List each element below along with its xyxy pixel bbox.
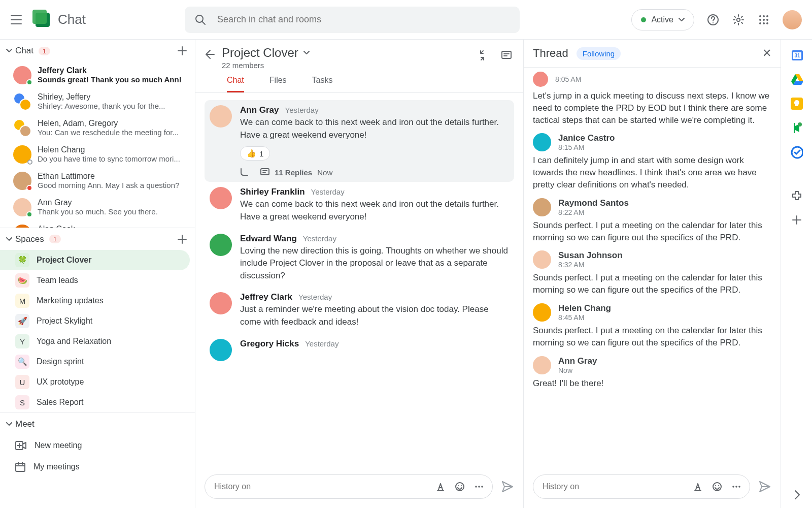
svg-point-12 — [766, 22, 768, 24]
format-button[interactable] — [693, 482, 703, 492]
message[interactable]: Shirley FranklinYesterdayWe can come bac… — [205, 182, 514, 228]
show-side-panel-button[interactable] — [791, 489, 803, 501]
message[interactable]: Gregory HicksYesterday — [205, 334, 514, 366]
drive-app-icon[interactable] — [791, 73, 803, 85]
presence-indicator — [26, 211, 32, 217]
chat-list-item[interactable]: Ethan LattimoreGood morning Ann. May I a… — [0, 168, 195, 194]
chat-logo-icon — [32, 10, 53, 30]
chat-section-header[interactable]: Chat 1 — [0, 40, 195, 62]
space-list-item[interactable]: 🍉Team leads — [0, 270, 190, 291]
get-addons-button[interactable] — [791, 214, 803, 226]
settings-button[interactable] — [732, 13, 745, 26]
svg-rect-14 — [16, 463, 25, 471]
meet-section-header[interactable]: Meet — [0, 412, 195, 435]
space-list-item[interactable]: MMarketing updates — [0, 291, 190, 311]
close-thread-button[interactable]: ✕ — [762, 47, 771, 60]
main-menu-button[interactable] — [10, 14, 22, 26]
thread-compose-box[interactable] — [533, 474, 750, 499]
chat-list-item[interactable]: Jeffery ClarkSounds great! Thank you so … — [0, 62, 195, 88]
chat-list-item[interactable]: Alan Cook — [0, 220, 195, 228]
space-list-item[interactable]: SSales Report — [0, 392, 190, 412]
message-time: 8:32 AM — [558, 261, 623, 269]
unread-badge: 1 — [39, 47, 50, 55]
chat-preview: Thank you so much. See you there. — [38, 207, 158, 216]
apps-button[interactable] — [757, 13, 770, 26]
thread-message[interactable]: Helen Chang8:45 AMSounds perfect. I put … — [533, 303, 771, 349]
svg-point-19 — [461, 485, 462, 486]
thread-compose-input[interactable] — [542, 482, 693, 492]
svg-point-25 — [718, 485, 719, 486]
group-avatar — [13, 119, 31, 137]
thread-message[interactable]: Ann GrayNowGreat! I'll be there! — [533, 356, 771, 390]
back-button[interactable] — [204, 49, 215, 60]
message[interactable]: Jeffrey ClarkYesterdayJust a reminder we… — [205, 287, 514, 333]
contacts-app-icon[interactable] — [791, 122, 803, 134]
more-button[interactable] — [731, 482, 741, 492]
thread-title: Thread — [533, 47, 568, 60]
message-author: Gregory Hicks — [240, 339, 299, 349]
compose-input[interactable] — [213, 482, 435, 492]
chat-list-item[interactable]: Ann GrayThank you so much. See you there… — [0, 194, 195, 220]
space-list-item[interactable]: YYoga and Relaxation — [0, 331, 190, 352]
message-body: We can come back to this next week and i… — [240, 116, 509, 141]
emoji-button[interactable] — [712, 482, 722, 492]
reply-arrow-icon — [240, 168, 255, 177]
presence-indicator — [26, 79, 32, 85]
chat-name: Ethan Lattimore — [38, 172, 179, 181]
message-time: Yesterday — [285, 106, 319, 114]
emoji-button[interactable] — [455, 482, 465, 492]
open-thread-button[interactable] — [500, 49, 513, 62]
send-button[interactable] — [501, 480, 514, 493]
new-space-button[interactable] — [176, 233, 189, 246]
my-meetings-button[interactable]: My meetings — [0, 456, 195, 478]
chevron-down-icon — [6, 422, 12, 426]
new-meeting-button[interactable]: New meeting — [0, 435, 195, 456]
space-list-item[interactable]: UUX prototype — [0, 372, 190, 392]
chat-list-item[interactable]: Shirley, JefferyShirley: Awesome, thank … — [0, 88, 195, 115]
more-button[interactable] — [474, 482, 484, 492]
search-input[interactable] — [216, 14, 510, 25]
replies-link[interactable]: 11 RepliesNow — [240, 168, 509, 177]
following-chip[interactable]: Following — [577, 47, 621, 60]
message[interactable]: Edward WangYesterdayLoving the new direc… — [205, 229, 514, 288]
search-bar[interactable] — [185, 7, 520, 33]
space-list-item[interactable]: 🍀Project Clover — [0, 250, 190, 270]
room-tab[interactable]: Files — [269, 76, 287, 92]
account-avatar[interactable] — [783, 10, 802, 29]
thread-message[interactable]: Susan Johnson8:32 AMSounds perfect. I pu… — [533, 250, 771, 296]
reaction-pill[interactable]: 👍1 — [240, 146, 270, 161]
addons-button[interactable] — [791, 189, 803, 202]
thread-message[interactable]: Janice Castro8:15 AMI can definitely jum… — [533, 133, 771, 190]
message-time: Yesterday — [311, 187, 345, 196]
svg-point-7 — [759, 19, 761, 21]
collapse-button[interactable] — [476, 49, 489, 62]
keep-app-icon[interactable] — [791, 98, 803, 110]
spaces-section-header[interactable]: Spaces 1 — [0, 228, 195, 250]
tasks-app-icon[interactable] — [791, 146, 803, 158]
replies-time: Now — [317, 168, 332, 177]
message-time: 8:45 AM — [558, 313, 611, 322]
calendar-app-icon[interactable]: 31 — [791, 49, 803, 61]
room-tab[interactable]: Tasks — [312, 76, 333, 92]
chat-preview: Shirley: Awesome, thank you for the... — [38, 102, 165, 110]
reaction-emoji: 👍 — [247, 149, 256, 158]
format-button[interactable] — [435, 482, 446, 492]
room-tab[interactable]: Chat — [227, 76, 244, 92]
new-chat-button[interactable] — [176, 44, 189, 57]
presence-dot-icon — [641, 17, 646, 22]
send-button[interactable] — [758, 480, 771, 493]
chevron-down-icon[interactable] — [303, 51, 310, 55]
chat-list-item[interactable]: Helen ChangDo you have time to sync tomo… — [0, 141, 195, 168]
space-icon: 🚀 — [15, 314, 29, 328]
status-chip[interactable]: Active — [631, 9, 694, 30]
chat-preview: Do you have time to sync tomorrow mori..… — [38, 154, 180, 163]
compose-box[interactable] — [205, 474, 493, 499]
space-list-item[interactable]: 🚀Project Skylight — [0, 311, 190, 331]
help-button[interactable] — [706, 13, 720, 26]
avatar — [210, 187, 232, 209]
thread-message[interactable]: Raymond Santos8:22 AMSounds perfect. I p… — [533, 198, 771, 244]
space-list-item[interactable]: 🔍Design sprint — [0, 352, 190, 372]
message[interactable]: Ann GrayYesterdayWe can come back to thi… — [205, 100, 514, 182]
space-icon: 🍀 — [15, 253, 29, 267]
chat-list-item[interactable]: Helen, Adam, GregoryYou: Can we reschedu… — [0, 115, 195, 141]
